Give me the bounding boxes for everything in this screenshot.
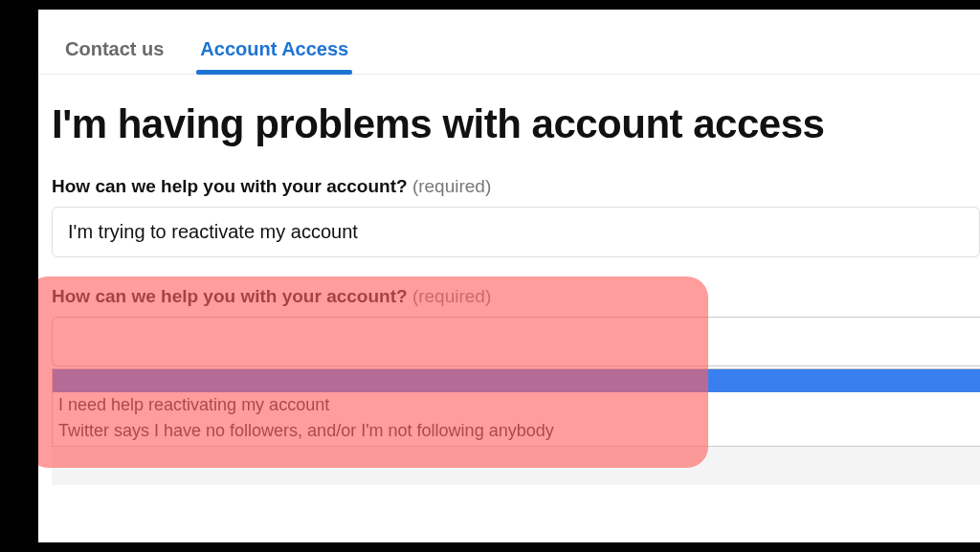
tab-bar: Contact us Account Access <box>38 38 980 75</box>
dropdown-option-followers[interactable]: Twitter says I have no followers, and/or… <box>53 418 980 444</box>
field1-required: (required) <box>412 176 491 196</box>
page-container: Contact us Account Access I'm having pro… <box>38 10 980 542</box>
page-footer-area <box>52 447 980 485</box>
field2-section: How can we help you with your account? (… <box>38 286 980 485</box>
field2-label-text: How can we help you with your account? <box>52 286 408 306</box>
page-title: I'm having problems with account access <box>38 101 980 147</box>
dropdown-option-blank[interactable] <box>53 369 980 392</box>
tab-account-access[interactable]: Account Access <box>200 38 348 74</box>
dropdown-option-reactivate[interactable]: I need help reactivating my account <box>53 392 980 418</box>
field2-select[interactable] <box>52 317 980 366</box>
field1-select[interactable]: I'm trying to reactivate my account <box>52 207 980 257</box>
field1-label: How can we help you with your account? (… <box>38 176 980 197</box>
field2-label: How can we help you with your account? (… <box>52 286 980 307</box>
field2-dropdown: I need help reactivating my account Twit… <box>52 368 980 447</box>
tab-contact-us[interactable]: Contact us <box>65 38 164 74</box>
field1-label-text: How can we help you with your account? <box>52 176 408 196</box>
field2-required: (required) <box>412 286 491 306</box>
